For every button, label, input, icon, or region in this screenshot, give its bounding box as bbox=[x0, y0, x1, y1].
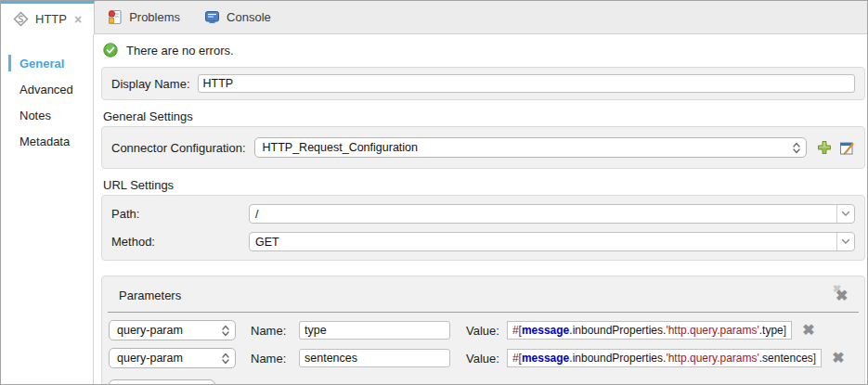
tab-label: Problems bbox=[129, 10, 180, 24]
general-panel: There are no errors. Display Name: Gener… bbox=[94, 34, 867, 385]
param-value-label: Value: bbox=[466, 324, 499, 338]
tab-bar: HTTP × Problems bbox=[1, 1, 867, 34]
url-settings-group: Path: / Method: GET bbox=[101, 195, 865, 261]
path-value: / bbox=[250, 208, 836, 221]
method-label: Method: bbox=[111, 235, 249, 249]
stepper-icon bbox=[222, 353, 229, 365]
edit-configuration-icon[interactable] bbox=[839, 140, 855, 156]
add-parameter-button[interactable]: Add Parameter bbox=[109, 379, 215, 385]
connector-configuration-select[interactable]: HTTP_Request_Configuration bbox=[254, 137, 807, 158]
http-connector-icon bbox=[13, 11, 29, 27]
param-type-value: query-param bbox=[117, 352, 183, 365]
problems-icon bbox=[107, 9, 123, 25]
param-value-input[interactable]: #[message.inboundProperties.'http.query.… bbox=[507, 321, 792, 340]
connector-configuration-label: Connector Configuration: bbox=[111, 141, 246, 155]
parameters-group: Parameters ✖ ✖ query-param bbox=[101, 276, 865, 385]
display-name-input[interactable] bbox=[198, 74, 855, 93]
properties-nav-sidebar: General Advanced Notes Metadata bbox=[1, 34, 94, 385]
sidebar-item-general[interactable]: General bbox=[1, 51, 93, 77]
parameters-title: Parameters bbox=[119, 289, 181, 302]
general-settings-group: Connector Configuration: HTTP_Request_Co… bbox=[101, 126, 865, 169]
stepper-icon bbox=[793, 142, 800, 154]
method-combo[interactable]: GET bbox=[249, 232, 855, 251]
delete-all-parameters-icon[interactable]: ✖ ✖ bbox=[833, 286, 851, 304]
close-tab-icon[interactable]: × bbox=[74, 12, 82, 27]
check-icon bbox=[103, 43, 118, 58]
status-message: There are no errors. bbox=[126, 44, 234, 58]
param-value-input[interactable]: #[message.inboundProperties.'http.query.… bbox=[507, 349, 822, 367]
properties-editor-window: HTTP × Problems bbox=[0, 0, 868, 385]
parameter-row: query-param Name: Value: #[message.inbou… bbox=[109, 320, 864, 340]
delete-parameter-icon[interactable]: ✖ bbox=[802, 323, 814, 338]
param-name-input[interactable] bbox=[299, 321, 450, 340]
param-type-select[interactable]: query-param bbox=[109, 320, 236, 340]
param-type-value: query-param bbox=[117, 324, 183, 337]
param-type-select[interactable]: query-param bbox=[109, 348, 236, 368]
connector-configuration-value: HTTP_Request_Configuration bbox=[263, 141, 418, 154]
parameter-row: query-param Name: Value: #[message.inbou… bbox=[109, 348, 864, 368]
tab-console[interactable]: Console bbox=[192, 1, 283, 33]
console-icon bbox=[204, 9, 220, 25]
stepper-icon bbox=[222, 325, 229, 337]
sidebar-item-metadata[interactable]: Metadata bbox=[1, 129, 93, 155]
delete-parameter-icon[interactable]: ✖ bbox=[832, 351, 844, 366]
param-name-label: Name: bbox=[251, 324, 293, 338]
param-name-input[interactable] bbox=[299, 349, 450, 367]
param-value-label: Value: bbox=[466, 352, 499, 366]
method-value: GET bbox=[250, 236, 836, 249]
tab-label: HTTP bbox=[35, 12, 67, 26]
display-name-label: Display Name: bbox=[111, 77, 190, 91]
chevron-down-icon[interactable] bbox=[836, 233, 854, 250]
display-name-group: Display Name: bbox=[101, 67, 865, 100]
tab-http[interactable]: HTTP × bbox=[1, 1, 95, 34]
param-name-label: Name: bbox=[251, 352, 293, 366]
parameters-divider bbox=[108, 312, 859, 313]
url-settings-title: URL Settings bbox=[103, 178, 865, 192]
validation-status: There are no errors. bbox=[103, 43, 865, 58]
sidebar-item-advanced[interactable]: Advanced bbox=[1, 77, 93, 103]
general-settings-title: General Settings bbox=[103, 109, 865, 123]
add-configuration-icon[interactable] bbox=[817, 140, 832, 155]
path-combo[interactable]: / bbox=[249, 204, 855, 224]
path-label: Path: bbox=[111, 207, 249, 221]
sidebar-item-notes[interactable]: Notes bbox=[1, 103, 93, 129]
chevron-down-icon[interactable] bbox=[836, 205, 854, 223]
tab-label: Console bbox=[227, 10, 271, 24]
tab-problems[interactable]: Problems bbox=[95, 1, 192, 33]
